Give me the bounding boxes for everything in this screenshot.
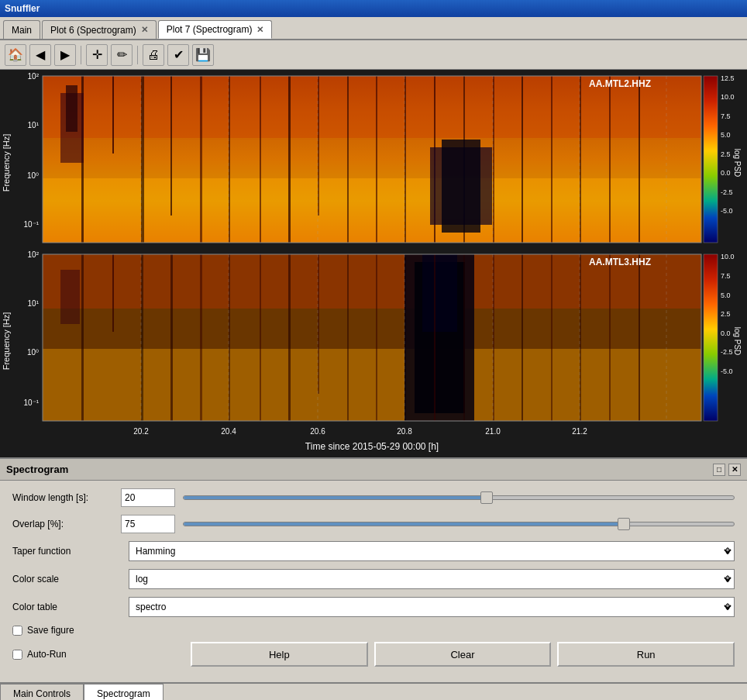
color-table-select-wrapper: spectro default rainbow ⇕ [129,597,735,617]
check-button[interactable]: ✔ [167,44,189,66]
xaxis-label: Time since 2015-05-29 00:00 [h] [305,441,439,452]
svg-rect-65 [347,254,349,421]
plot-svg: Frequency [Hz] 10² 10¹ 10⁰ 10⁻¹ AA.MTL2.… [0,70,747,457]
autorun-label: Auto-Run [27,649,67,660]
home-button[interactable]: 🏠 [5,44,26,66]
autorun-area: Auto-Run [12,649,191,660]
svg-rect-64 [318,254,319,394]
window-length-label: Window length [s]: [12,492,121,503]
svg-rect-57 [112,254,114,332]
window-length-row: Window length [s]: [12,488,735,507]
svg-rect-76 [580,254,581,421]
svg-rect-13 [288,76,291,243]
plot-container: Frequency [Hz] 10² 10¹ 10⁰ 10⁻¹ AA.MTL2.… [0,70,747,457]
svg-rect-63 [288,254,291,421]
svg-rect-20 [493,76,494,243]
svg-rect-70 [422,254,457,332]
svg-text:5.0: 5.0 [721,131,731,139]
bottom-tab-spectrogram[interactable]: Spectrogram [84,684,164,700]
svg-rect-92 [704,254,718,421]
svg-text:0.0: 0.0 [721,329,731,337]
svg-rect-77 [609,254,611,421]
panel-header: Spectrogram □ ✕ [0,459,747,481]
svg-text:10¹: 10¹ [28,121,40,129]
svg-text:0.0: 0.0 [721,169,731,177]
overlap-slider-container[interactable] [183,515,735,533]
svg-text:7.5: 7.5 [721,272,731,280]
svg-text:2.5: 2.5 [721,310,731,318]
toolbar: 🏠 ◀ ▶ ✛ ✏ 🖨 ✔ 💾 [0,40,747,70]
svg-rect-74 [522,254,523,421]
tab-main-label: Main [12,25,32,36]
svg-text:10⁰: 10⁰ [27,348,39,357]
svg-rect-24 [609,76,611,243]
overlap-input[interactable] [121,515,175,533]
svg-text:12.5: 12.5 [721,74,735,82]
svg-rect-17 [404,76,406,243]
tab-bar: Main Plot 6 (Spectrogram) ✕ Plot 7 (Spec… [0,17,747,40]
window-length-slider-thumb[interactable] [480,491,493,504]
tab-plot7-label: Plot 7 (Spectrogram) [167,24,253,35]
tab-plot6-label: Plot 6 (Spectrogram) [50,25,136,36]
panel-restore-icon[interactable]: □ [713,464,725,476]
bottom-tab-main-controls[interactable]: Main Controls [0,684,84,700]
svg-rect-71 [434,254,435,421]
print-button[interactable]: 🖨 [143,44,164,66]
color-table-select[interactable]: spectro default rainbow [129,597,735,617]
color-table-row: Color table spectro default rainbow ⇕ [12,597,735,617]
svg-rect-60 [200,254,202,421]
autorun-checkbox[interactable] [12,650,22,660]
plot2-group: Frequency [Hz] 10² 10¹ 10⁰ 10⁻¹ AA.MTL3.… [2,250,742,421]
tab-plot6[interactable]: Plot 6 (Spectrogram) ✕ [42,20,157,39]
plot2-ylabel: Frequency [Hz] [2,312,11,371]
plot1-group: Frequency [Hz] 10² 10¹ 10⁰ 10⁻¹ AA.MTL2.… [2,72,742,243]
overlap-slider-track [183,522,735,526]
svg-rect-12 [260,76,261,243]
svg-rect-27 [442,140,480,233]
svg-rect-61 [229,254,230,421]
save-button[interactable]: 💾 [192,44,214,66]
separator-1 [81,46,81,64]
forward-button[interactable]: ▶ [54,44,76,66]
back-button[interactable]: ◀ [29,44,51,66]
title-bar: Snuffler [0,0,747,17]
window-length-input[interactable] [121,488,175,507]
plot1-ylabel: Frequency [Hz] [2,134,11,192]
overlap-row: Overlap [%]: [12,515,735,533]
taper-function-row: Taper function Hamming Hanning Blackman … [12,541,735,561]
run-button[interactable]: Run [557,642,735,667]
help-button[interactable]: Help [191,642,368,667]
svg-rect-25 [639,76,640,243]
tab-plot7[interactable]: Plot 7 (Spectrogram) ✕ [158,20,273,39]
svg-rect-72 [463,254,465,421]
clear-button[interactable]: Clear [374,642,552,667]
tab-main[interactable]: Main [3,20,40,39]
window-length-slider-container[interactable] [183,488,735,507]
svg-text:-5.0: -5.0 [721,207,733,215]
plot2-station: AA.MTL3.HHZ [589,257,651,267]
taper-function-select[interactable]: Hamming Hanning Blackman Bartlett None [129,541,735,561]
color-scale-select[interactable]: log linear [129,569,735,589]
panel-close-icon[interactable]: ✕ [728,464,741,476]
svg-text:21.0: 21.0 [485,427,501,436]
color-scale-row: Color scale log linear ⇕ [12,569,735,589]
svg-rect-15 [347,76,349,243]
plot2-cbarlabel: log PSD [733,327,742,356]
color-scale-label: Color scale [12,574,121,584]
tab-plot7-close[interactable]: ✕ [256,25,263,35]
panel-content: Window length [s]: Overlap [%]: Tape [0,481,747,682]
overlap-slider-thumb[interactable] [618,518,630,530]
save-figure-checkbox[interactable] [12,626,22,636]
save-figure-row: Save figure [12,625,735,636]
svg-text:10²: 10² [28,72,40,81]
overlap-slider-fill [184,522,624,526]
svg-text:10.0: 10.0 [721,253,735,260]
svg-text:-5.0: -5.0 [721,367,733,375]
plot1-cbarlabel: log PSD [733,149,742,178]
crosshair-button[interactable]: ✛ [86,44,108,66]
svg-rect-22 [551,76,553,243]
edit-button[interactable]: ✏ [111,44,133,66]
svg-rect-56 [81,254,84,421]
svg-text:20.6: 20.6 [310,427,325,436]
tab-plot6-close[interactable]: ✕ [141,25,148,35]
